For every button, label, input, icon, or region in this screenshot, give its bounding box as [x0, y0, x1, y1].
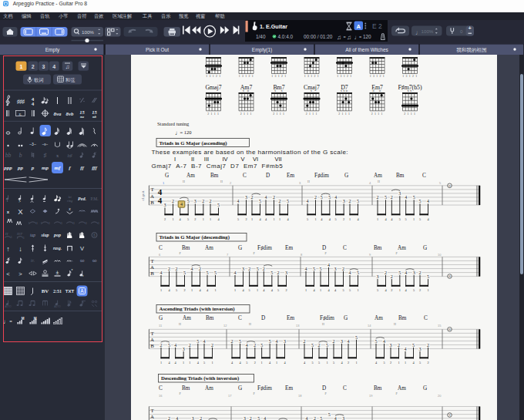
- svg-text:D: D: [261, 315, 265, 321]
- svg-text:1: 1: [349, 217, 351, 221]
- svg-text:5: 5: [257, 416, 260, 420]
- svg-text:2: 2: [398, 343, 400, 348]
- svg-text:1 3 1 2 1: 1 3 1 2 1: [304, 75, 320, 78]
- svg-text:4: 4: [405, 270, 407, 275]
- svg-text:2: 2: [419, 288, 421, 292]
- svg-text:4: 4: [197, 361, 200, 365]
- svg-text:x: x: [311, 89, 314, 92]
- svg-text:3: 3: [413, 270, 415, 275]
- svg-text:5: 5: [412, 343, 415, 348]
- svg-text:4: 4: [259, 217, 261, 221]
- svg-text:11: 11: [159, 324, 163, 328]
- svg-text:Gmaj7: Gmaj7: [205, 84, 221, 91]
- svg-text:4: 4: [383, 339, 385, 344]
- svg-text:2: 2: [390, 361, 391, 365]
- svg-text:Descending Triads (with invers: Descending Triads (with inversion): [161, 375, 239, 381]
- svg-text:5: 5: [259, 199, 261, 203]
- svg-text:5: 5: [249, 288, 250, 292]
- svg-text:4: 4: [405, 195, 407, 200]
- svg-text:G: G: [238, 245, 242, 251]
- svg-text:3: 3: [334, 267, 337, 271]
- svg-text:6: 6: [159, 253, 161, 257]
- svg-text:1: 1: [276, 361, 277, 365]
- svg-text:3: 3: [449, 414, 451, 417]
- svg-text:5: 5: [277, 288, 279, 292]
- svg-text:H: H: [183, 180, 185, 183]
- svg-text:2: 2: [168, 267, 170, 271]
- svg-text:4: 4: [265, 217, 267, 221]
- svg-text:Am: Am: [375, 315, 383, 321]
- svg-text:5: 5: [321, 195, 323, 200]
- svg-text:5: 5: [357, 199, 359, 203]
- svg-text:C: C: [243, 173, 247, 179]
- svg-text:2: 2: [348, 361, 349, 365]
- svg-text:xx: xx: [407, 89, 412, 92]
- svg-text:5: 5: [183, 270, 186, 275]
- svg-text:1: 1: [214, 288, 216, 292]
- svg-text:x o: x o: [243, 89, 250, 92]
- svg-text:G: G: [238, 385, 242, 391]
- svg-text:2 1 1 1: 2 1 1 1: [306, 113, 317, 116]
- svg-text:2: 2: [254, 361, 256, 365]
- svg-text:1: 1: [279, 217, 280, 221]
- svg-text:5: 5: [168, 343, 170, 348]
- svg-text:Am: Am: [398, 385, 406, 391]
- svg-text:P: P: [324, 391, 327, 395]
- svg-text:2: 2: [333, 339, 335, 344]
- svg-text:4: 4: [334, 288, 337, 292]
- svg-text:2: 2: [285, 288, 287, 292]
- svg-text:1: 1: [234, 288, 236, 292]
- svg-text:B: B: [150, 343, 154, 348]
- svg-text:3: 3: [192, 416, 194, 420]
- svg-text:Bm: Bm: [210, 173, 219, 179]
- svg-text:2 1 1 1: 2 1 1 1: [240, 113, 252, 116]
- svg-text:3: 3: [343, 199, 345, 203]
- svg-text:4: 4: [427, 217, 429, 221]
- svg-text:10: 10: [438, 253, 442, 257]
- svg-text:4: 4: [329, 217, 331, 221]
- svg-text:2: 2: [168, 416, 170, 420]
- svg-text:Am: Am: [398, 245, 406, 251]
- svg-text:4: 4: [405, 347, 407, 351]
- svg-text:2: 2: [343, 217, 344, 221]
- svg-text:5: 5: [196, 339, 199, 344]
- svg-text:4: 4: [304, 361, 306, 365]
- svg-text:2: 2: [210, 199, 212, 203]
- svg-text:2: 2: [427, 361, 428, 365]
- svg-text:G: G: [159, 315, 163, 321]
- svg-text:4: 4: [263, 288, 265, 292]
- svg-text:Am: Am: [183, 315, 191, 321]
- svg-text:C: C: [422, 173, 426, 179]
- svg-text:4: 4: [234, 270, 237, 275]
- svg-text:5: 5: [203, 361, 205, 365]
- svg-text:2: 2: [342, 267, 344, 271]
- svg-text:3: 3: [242, 267, 244, 271]
- svg-text:Am: Am: [205, 245, 213, 251]
- svg-text:18: 18: [298, 394, 302, 398]
- svg-text:P: P: [324, 251, 327, 255]
- svg-text:2 1 1 1: 2 1 1 1: [338, 113, 350, 116]
- svg-text:4: 4: [160, 270, 163, 275]
- svg-text:Em: Em: [285, 385, 293, 391]
- svg-text:4: 4: [271, 288, 274, 292]
- svg-text:5: 5: [320, 416, 322, 420]
- svg-text:5: 5: [318, 361, 320, 365]
- svg-text:4: 4: [375, 361, 378, 365]
- svg-text:1: 1: [355, 361, 357, 365]
- svg-text:2: 2: [202, 199, 204, 203]
- svg-text:1: 1: [314, 217, 316, 221]
- svg-text:4: 4: [158, 196, 163, 205]
- svg-text:4: 4: [191, 267, 193, 271]
- svg-text:5: 5: [385, 195, 387, 200]
- svg-text:9: 9: [369, 253, 371, 257]
- svg-text:2: 2: [279, 199, 281, 203]
- svg-text:1: 1: [305, 288, 307, 292]
- svg-text:F♯dim: F♯dim: [257, 385, 272, 391]
- svg-text:1: 1: [160, 361, 162, 365]
- svg-text:2: 2: [200, 416, 202, 420]
- svg-text:4: 4: [203, 339, 206, 344]
- svg-text:2: 2: [194, 217, 196, 221]
- svg-text:5: 5: [214, 270, 217, 275]
- svg-text:8: 8: [301, 253, 303, 257]
- svg-text:2: 2: [277, 270, 280, 275]
